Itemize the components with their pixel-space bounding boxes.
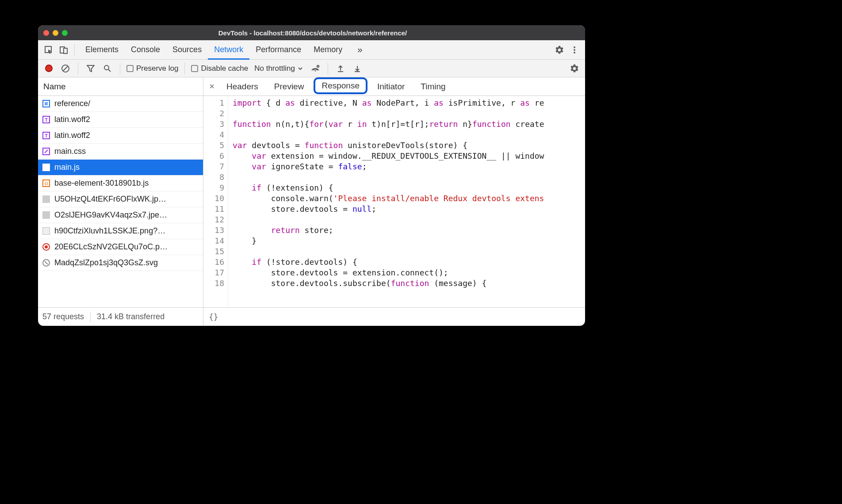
response-footer: {}: [203, 307, 585, 326]
network-conditions-icon[interactable]: [309, 62, 321, 75]
transferred-size: 31.4 kB transferred: [97, 312, 165, 321]
detail-pane: × HeadersPreviewResponseInitiatorTiming …: [203, 77, 585, 326]
disable-cache-checkbox[interactable]: Disable cache: [191, 64, 248, 73]
separator: [120, 63, 120, 74]
request-row[interactable]: h90CtfziXluvh1LSSKJE.png?…: [38, 223, 203, 239]
separator: [74, 44, 75, 56]
separator: [78, 63, 78, 74]
svg-line-17: [45, 150, 48, 153]
request-name: 20E6CLcSzNV2GELQu7oC.p…: [54, 242, 168, 252]
tab-elements[interactable]: Elements: [79, 40, 125, 60]
detail-tab-initiator[interactable]: Initiator: [369, 77, 413, 96]
detail-tab-timing[interactable]: Timing: [413, 77, 453, 96]
request-row[interactable]: ⟨⟩main.js: [38, 160, 203, 176]
request-row[interactable]: MadqZslZpo1sj3qQ3GsZ.svg: [38, 255, 203, 271]
svg-point-5: [574, 52, 575, 53]
kebab-menu-icon[interactable]: [568, 44, 581, 56]
preserve-log-checkbox[interactable]: Preserve log: [126, 64, 178, 73]
more-tabs-button[interactable]: »: [351, 40, 368, 60]
svg-point-3: [574, 46, 575, 48]
request-row[interactable]: Tlatin.woff2: [38, 112, 203, 128]
zoom-window-button[interactable]: [62, 30, 68, 36]
titlebar: DevTools - localhost:8080/docs/devtools/…: [38, 25, 585, 40]
devtools-window: DevTools - localhost:8080/docs/devtools/…: [38, 25, 585, 326]
window-controls: [43, 30, 68, 36]
svg-line-18: [45, 261, 48, 264]
requests-pane: Name reference/Tlatin.woff2Tlatin.woff2m…: [38, 77, 203, 326]
png-file-icon: [42, 227, 50, 235]
request-row[interactable]: ⟨⟩base-element-3018901b.js: [38, 176, 203, 191]
tab-memory[interactable]: Memory: [307, 40, 348, 60]
svg-file-icon: [42, 259, 50, 267]
doc-file-icon: [42, 100, 50, 107]
separator: [328, 63, 328, 74]
throttling-select[interactable]: No throttling: [253, 64, 305, 73]
inspect-element-icon[interactable]: [42, 44, 55, 56]
device-toolbar-icon[interactable]: [57, 44, 70, 56]
svg-point-4: [574, 49, 575, 51]
js-file-icon: ⟨⟩: [42, 164, 50, 171]
jso-file-icon: ⟨⟩: [42, 179, 50, 187]
request-name: main.css: [54, 147, 86, 156]
request-name: U5OHzQL4tEKFr6OFlxWK.jp…: [54, 195, 166, 204]
throttling-value: No throttling: [254, 64, 295, 73]
font-file-icon: T: [42, 132, 50, 139]
detail-tab-response[interactable]: Response: [314, 77, 367, 94]
request-row[interactable]: main.css: [38, 144, 203, 160]
network-toolbar: Preserve log Disable cache No throttling: [38, 60, 585, 77]
line-gutter: 1 2 3 4 5 6 7 8 9 10 11 12 13 14 15 16 1…: [203, 96, 228, 307]
img-file-icon: [42, 211, 50, 219]
svg-line-9: [108, 69, 111, 72]
request-row[interactable]: U5OHzQL4tEKFr6OFlxWK.jp…: [38, 191, 203, 207]
request-name: latin.woff2: [54, 131, 90, 140]
detail-tabs-row: × HeadersPreviewResponseInitiatorTiming: [203, 77, 585, 96]
record-button[interactable]: [42, 62, 55, 75]
network-settings-gear-icon[interactable]: [568, 62, 581, 75]
disable-cache-label: Disable cache: [201, 64, 248, 73]
svg-rect-2: [64, 48, 67, 53]
search-icon[interactable]: [101, 62, 114, 75]
requests-count: 57 requests: [42, 312, 84, 321]
request-row[interactable]: reference/: [38, 96, 203, 112]
detail-tab-preview[interactable]: Preview: [266, 77, 312, 96]
separator: [90, 312, 91, 322]
close-detail-icon[interactable]: ×: [205, 81, 218, 92]
window-title: DevTools - localhost:8080/docs/devtools/…: [68, 29, 558, 37]
main-tabs: ElementsConsoleSourcesNetworkPerformance…: [79, 40, 348, 60]
panel-body: Name reference/Tlatin.woff2Tlatin.woff2m…: [38, 77, 585, 326]
request-list[interactable]: reference/Tlatin.woff2Tlatin.woff2main.c…: [38, 96, 203, 307]
request-name: reference/: [54, 99, 90, 108]
request-name: latin.woff2: [54, 115, 90, 124]
request-name: O2slJEHG9avKV4aqzSx7.jpe…: [54, 210, 167, 220]
filter-icon[interactable]: [84, 62, 97, 75]
close-window-button[interactable]: [43, 30, 49, 36]
css-file-icon: [42, 148, 50, 155]
detail-tab-headers[interactable]: Headers: [218, 77, 266, 96]
request-row[interactable]: O2slJEHG9avKV4aqzSx7.jpe…: [38, 207, 203, 223]
tab-console[interactable]: Console: [125, 40, 166, 60]
svg-point-8: [104, 65, 109, 70]
name-column-header[interactable]: Name: [38, 77, 203, 96]
request-row[interactable]: Tlatin.woff2: [38, 128, 203, 144]
minimize-window-button[interactable]: [53, 30, 58, 36]
download-har-icon[interactable]: [351, 62, 364, 75]
status-bar: 57 requests 31.4 kB transferred: [38, 307, 203, 326]
code-content[interactable]: import { d as directive, N as NodePart, …: [228, 96, 585, 307]
upload-har-icon[interactable]: [334, 62, 347, 75]
request-name: base-element-3018901b.js: [54, 179, 149, 188]
request-name: h90CtfziXluvh1LSSKJE.png?…: [54, 226, 165, 236]
request-name: MadqZslZpo1sj3qQ3GsZ.svg: [54, 258, 158, 267]
request-row[interactable]: 20E6CLcSzNV2GELQu7oC.p…: [38, 239, 203, 255]
response-code-area[interactable]: 1 2 3 4 5 6 7 8 9 10 11 12 13 14 15 16 1…: [203, 96, 585, 307]
settings-gear-icon[interactable]: [553, 44, 566, 56]
img-file-icon: [42, 195, 50, 203]
tab-sources[interactable]: Sources: [166, 40, 208, 60]
clear-icon[interactable]: [59, 62, 72, 75]
chevron-down-icon: [298, 66, 303, 71]
tab-performance[interactable]: Performance: [249, 40, 307, 60]
pretty-print-button[interactable]: {}: [209, 312, 218, 321]
preserve-log-label: Preserve log: [136, 64, 178, 73]
request-name: main.js: [54, 163, 80, 172]
tab-network[interactable]: Network: [208, 40, 249, 60]
separator: [184, 63, 185, 74]
